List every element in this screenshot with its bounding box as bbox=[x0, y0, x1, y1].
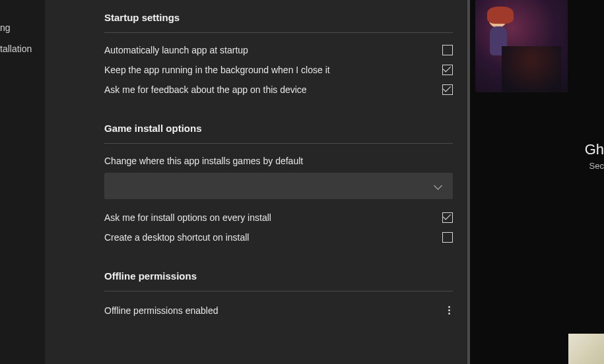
section-title-install: Game install options bbox=[104, 123, 454, 134]
section-offline: Offline permissions Offline permissions … bbox=[104, 270, 454, 317]
promo-subtitle: Sec bbox=[589, 161, 604, 171]
settings-sidebar: ng tallation bbox=[0, 0, 45, 364]
chevron-down-icon bbox=[434, 182, 442, 190]
checkbox-feedback[interactable] bbox=[442, 84, 453, 95]
sidebar-item-0[interactable]: ng bbox=[0, 17, 45, 38]
startup-row-2-label: Ask me for feedback about the app on thi… bbox=[104, 84, 307, 95]
section-title-startup: Startup settings bbox=[104, 12, 454, 23]
startup-row-2: Ask me for feedback about the app on thi… bbox=[104, 84, 453, 95]
section-rule bbox=[104, 143, 453, 144]
install-location-label: Change where this app installs games by … bbox=[104, 156, 454, 166]
checkbox-install-options[interactable] bbox=[442, 212, 453, 223]
promo-thumb bbox=[568, 334, 604, 364]
install-row-0-label: Ask me for install options on every inst… bbox=[104, 212, 271, 223]
section-install: Game install options Change where this a… bbox=[104, 123, 454, 243]
sidebar-item-1[interactable]: tallation bbox=[0, 38, 45, 59]
checkbox-run-background[interactable] bbox=[442, 65, 453, 75]
checkbox-desktop-shortcut[interactable] bbox=[442, 232, 453, 243]
settings-main-panel: Startup settings Automatically launch ap… bbox=[45, 0, 467, 364]
promo-title: Gh bbox=[585, 141, 604, 158]
startup-row-0-label: Automatically launch app at startup bbox=[104, 45, 248, 55]
more-icon[interactable] bbox=[446, 303, 453, 317]
settings-content: Startup settings Automatically launch ap… bbox=[45, 0, 467, 317]
promo-panel: Gh Sec bbox=[470, 0, 604, 364]
startup-row-1-label: Keep the app running in the background w… bbox=[104, 65, 330, 75]
checkbox-launch-at-startup[interactable] bbox=[442, 45, 453, 55]
section-rule bbox=[104, 32, 453, 33]
promo-art-shadow bbox=[502, 46, 561, 92]
offline-status-label: Offline permissions enabled bbox=[104, 305, 218, 316]
install-row-1-label: Create a desktop shortcut on install bbox=[104, 232, 249, 243]
promo-art bbox=[475, 0, 568, 92]
section-startup: Startup settings Automatically launch ap… bbox=[104, 12, 454, 95]
startup-row-1: Keep the app running in the background w… bbox=[104, 65, 453, 75]
offline-row: Offline permissions enabled bbox=[104, 303, 453, 317]
section-rule bbox=[104, 291, 453, 291]
install-row-1: Create a desktop shortcut on install bbox=[104, 232, 453, 243]
install-row-0: Ask me for install options on every inst… bbox=[104, 212, 453, 223]
section-title-offline: Offline permissions bbox=[104, 270, 454, 282]
startup-row-0: Automatically launch app at startup bbox=[104, 45, 453, 55]
install-location-select[interactable] bbox=[104, 173, 453, 199]
